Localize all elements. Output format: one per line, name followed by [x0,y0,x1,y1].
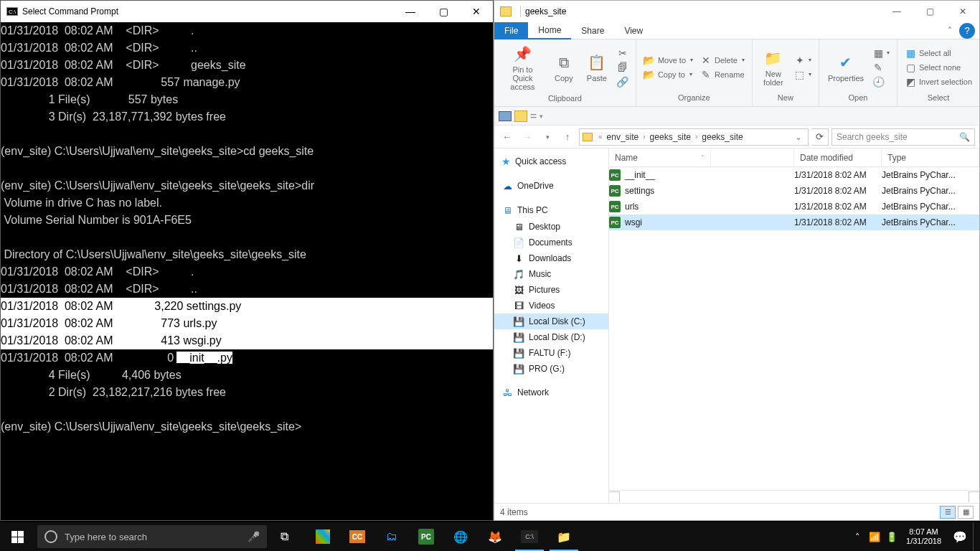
edit-button[interactable]: ✎ [871,61,891,74]
crumb-0[interactable]: env_site [604,132,642,142]
tray-overflow[interactable]: ˄ [849,522,866,551]
mic-icon[interactable]: 🎤 [248,531,260,542]
file-row[interactable]: PCurls1/31/2018 8:02 AMJetBrains PyChar.… [609,199,979,215]
nav-pane: ★Quick access ☁OneDrive 🖥This PC 🖥Deskto… [494,149,609,503]
tb-app-store[interactable] [306,522,340,551]
history-button[interactable]: 🕘 [871,75,891,88]
nav-item-documents[interactable]: 📄Documents [494,235,608,250]
breadcrumb-box[interactable]: « env_site› geeks_site› geeks_site ⌄ [579,128,809,146]
explorer-titlebar[interactable]: geeks_site — ▢ ✕ [494,1,979,22]
tb-app-firefox[interactable]: 🦊 [478,522,512,551]
clipboard-group-label: Clipboard [548,94,582,105]
nav-item-icon: 🎞 [513,300,524,311]
selectall-button[interactable]: ▦Select all [903,47,974,60]
nav-thispc[interactable]: 🖥This PC [494,202,608,219]
copyto-button[interactable]: 📂Copy to▾ [642,68,694,81]
folder-icon [500,6,512,17]
easyaccess-button[interactable]: ⬚▾ [793,68,813,81]
crumb-1[interactable]: geeks_site [647,132,694,142]
cmd-maximize[interactable]: ▢ [427,1,460,22]
copypath-button[interactable]: 🗐 [616,61,630,74]
search-input[interactable]: Search geeks_site 🔍 [831,128,975,146]
file-list-pane: Name ˄ Date modified Type PC__init__1/31… [609,149,979,503]
tray-clock[interactable]: 8:07 AM 1/31/2018 [900,527,947,546]
cmd-output[interactable]: 01/31/2018 08:02 AM <DIR> .01/31/2018 08… [1,22,493,520]
nav-item-music[interactable]: 🎵Music [494,266,608,282]
nav-item-pro-g-[interactable]: 💾PRO (G:) [494,361,608,377]
cmd-minimize[interactable]: — [394,1,427,22]
nav-onedrive[interactable]: ☁OneDrive [494,177,608,194]
view-large-button[interactable]: ▦ [958,506,974,519]
paste-button[interactable]: 📋Paste [583,51,611,84]
qat-dropdown[interactable]: ▾ [540,113,543,120]
explorer-minimize[interactable]: — [880,1,913,22]
col-date[interactable]: Date modified [794,149,882,166]
action-center[interactable]: 💬 [947,522,973,551]
tab-share[interactable]: Share [571,22,614,39]
tb-app-cmd[interactable]: C:\ [512,522,547,551]
nav-back[interactable]: ← [499,128,516,146]
nav-item-desktop[interactable]: 🖥Desktop [494,219,608,235]
pycharm-file-icon: PC [609,201,621,212]
nav-item-downloads[interactable]: ⬇Downloads [494,250,608,266]
tab-file[interactable]: File [494,22,528,39]
file-row[interactable]: PC__init__1/31/2018 8:02 AMJetBrains PyC… [609,167,979,183]
file-row[interactable]: PCwsgi1/31/2018 8:02 AMJetBrains PyChar.… [609,215,979,230]
rename-button[interactable]: ✎Rename [699,68,746,81]
properties-button[interactable]: ✔Properties [825,51,867,84]
explorer-close[interactable]: ✕ [946,1,979,22]
show-desktop[interactable] [973,522,977,551]
refresh-button[interactable]: ⟳ [811,128,829,146]
tray-battery-icon[interactable]: 🔋 [883,522,900,551]
select-group-label: Select [928,93,950,105]
qat-pc-icon[interactable] [499,111,512,121]
nav-network[interactable]: 🖧Network [494,384,608,401]
cmd-titlebar[interactable]: C:\ Select Command Prompt — ▢ ✕ [1,1,493,22]
crumb-2[interactable]: geeks_site [699,132,745,142]
tb-app-mail[interactable]: 🗂 [374,522,409,551]
nav-item-videos[interactable]: 🎞Videos [494,298,608,314]
taskbar-search[interactable]: Type here to search 🎤 [37,525,267,548]
help-icon[interactable]: ? [959,23,975,39]
tb-app-cc[interactable]: CC [340,522,374,551]
qat-folder-icon[interactable] [514,110,527,122]
file-row[interactable]: PCsettings1/31/2018 8:02 AMJetBrains PyC… [609,183,979,199]
view-details-button[interactable]: ☰ [940,506,956,519]
newitem-button[interactable]: ✦▾ [793,54,813,67]
tb-app-explorer[interactable]: 📁 [547,522,581,551]
pasteshortcut-button[interactable]: 🔗 [616,75,630,88]
moveto-button[interactable]: 📂Move to▾ [642,54,694,67]
horizontal-scrollbar[interactable] [609,490,979,503]
delete-button[interactable]: ✕Delete▾ [699,54,746,67]
nav-item-local-disk-c-[interactable]: 💾Local Disk (C:) [494,314,608,329]
col-type[interactable]: Type [882,149,979,166]
start-button[interactable] [0,522,34,551]
tab-view[interactable]: View [614,22,653,39]
cmd-close[interactable]: ✕ [460,1,493,22]
pin-quickaccess-button[interactable]: 📌Pin to Quick access [500,42,545,93]
status-bar: 4 items ☰ ▦ [494,503,979,520]
nav-item-faltu-f-[interactable]: 💾FALTU (F:) [494,345,608,361]
nav-item-local-disk-d-[interactable]: 💾Local Disk (D:) [494,329,608,345]
tray-wifi-icon[interactable]: 📶 [866,522,883,551]
address-dropdown[interactable]: ⌄ [792,132,805,142]
nav-item-pictures[interactable]: 🖼Pictures [494,282,608,298]
nav-up[interactable]: ↑ [559,128,576,146]
paste-icon: 📋 [587,52,607,72]
nav-recent[interactable]: ▾ [539,128,556,146]
pycharm-file-icon: PC [609,169,621,181]
taskview-button[interactable]: ⧉ [267,522,301,551]
nav-quickaccess[interactable]: ★Quick access [494,153,608,170]
tb-app-pycharm[interactable]: PC [409,522,443,551]
tab-home[interactable]: Home [528,22,571,39]
nav-forward[interactable]: → [519,128,536,146]
explorer-maximize[interactable]: ▢ [913,1,946,22]
selectnone-button[interactable]: ▢Select none [903,61,974,74]
cut-button[interactable]: ✂ [616,47,630,60]
invertsel-button[interactable]: ◩Invert selection [903,75,974,88]
newfolder-button[interactable]: 📁New folder [758,47,788,88]
copy-button[interactable]: ⧉Copy [550,51,578,84]
open-button[interactable]: ▦▾ [871,47,891,60]
tb-app-chrome[interactable]: 🌐 [443,522,478,551]
ribbon-collapse[interactable]: ˄ [941,26,959,36]
